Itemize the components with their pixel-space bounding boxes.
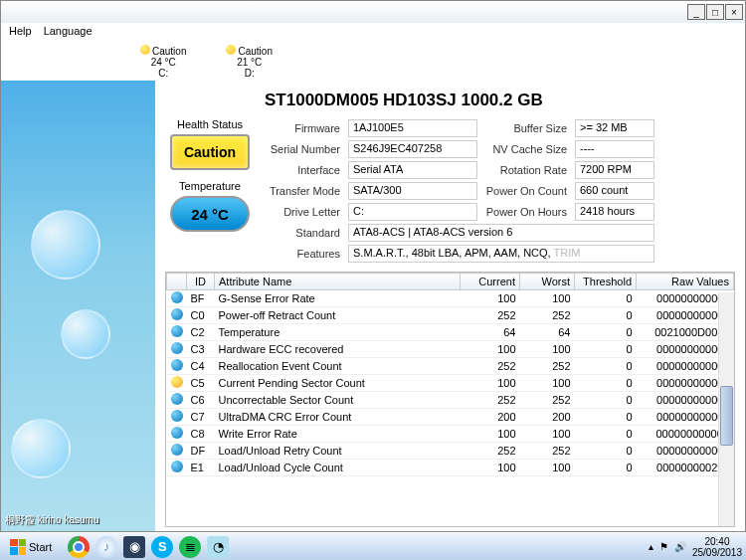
cell-name: Current Pending Sector Count (215, 375, 461, 392)
cell-name: Load/Unload Retry Count (215, 443, 461, 460)
val-nv: ---- (575, 140, 654, 158)
lbl-feat: Features (265, 248, 344, 260)
col-led[interactable] (167, 274, 187, 290)
lbl-poh: Power On Hours (481, 206, 571, 218)
drive-letter: C: (158, 68, 168, 79)
start-label: Start (29, 541, 52, 553)
steam-icon[interactable]: ◉ (123, 536, 145, 558)
cell-id: C2 (187, 324, 215, 341)
smart-row[interactable]: C5 Current Pending Sector Count 100 100 … (167, 375, 734, 392)
drive-d[interactable]: Caution 21 °C D: (226, 45, 272, 79)
col-cur[interactable]: Current (461, 274, 520, 290)
cell-thr: 0 (575, 443, 637, 460)
menu-language[interactable]: Language (44, 25, 93, 41)
led-icon (171, 410, 183, 422)
val-firmware: 1AJ100E5 (348, 119, 477, 137)
menu-help[interactable]: Help (9, 25, 32, 41)
disk-title: ST1000DM005 HD103SJ 1000.2 GB (265, 91, 735, 110)
smart-row[interactable]: DF Load/Unload Retry Count 252 252 0 000… (167, 443, 734, 460)
cell-worst: 100 (520, 341, 575, 358)
smart-row[interactable]: BF G-Sense Error Rate 100 100 0 00000000… (167, 290, 734, 307)
cell-id: C6 (187, 392, 215, 409)
led-icon (171, 325, 183, 337)
drive-c[interactable]: Caution 24 °C C: (140, 45, 186, 79)
smart-row[interactable]: C0 Power-off Retract Count 252 252 0 000… (167, 307, 734, 324)
val-letter: C: (348, 203, 477, 221)
smart-row[interactable]: C3 Hardware ECC recovered 100 100 0 0000… (167, 341, 734, 358)
cell-id: C0 (187, 307, 215, 324)
col-thr[interactable]: Threshold (575, 274, 637, 290)
volume-icon[interactable]: 🔊 (674, 541, 686, 552)
cell-thr: 0 (575, 375, 637, 392)
drive-temp: 24 °C (151, 57, 176, 68)
cell-thr: 0 (575, 460, 637, 476)
start-button[interactable]: Start (4, 537, 58, 557)
lbl-iface: Interface (265, 164, 344, 176)
drive-temp: 21 °C (237, 57, 262, 68)
smart-row[interactable]: C8 Write Error Rate 100 100 0 0000000000… (167, 426, 734, 443)
cell-id: BF (187, 290, 215, 307)
cell-cur: 252 (461, 358, 520, 375)
cell-thr: 0 (575, 307, 637, 324)
smart-row[interactable]: C2 Temperature 64 64 0 0021000D0018 (167, 324, 734, 341)
cell-thr: 0 (575, 358, 637, 375)
skype-icon[interactable]: S (151, 536, 173, 558)
taskbar: Start ♪ ◉ S ≣ ◔ ▴ ⚑ 🔊 20:40 25/09/2013 (0, 532, 746, 560)
itunes-icon[interactable]: ♪ (95, 536, 117, 558)
health-badge: Caution (170, 134, 250, 170)
clock-time: 20:40 (692, 536, 742, 547)
cell-thr: 0 (575, 426, 637, 443)
smart-table: ID Attribute Name Current Worst Threshol… (165, 272, 735, 527)
col-raw[interactable]: Raw Values (637, 274, 734, 290)
smart-row[interactable]: C7 UltraDMA CRC Error Count 200 200 0 00… (167, 409, 734, 426)
health-label: Health Status (165, 118, 255, 130)
val-serial: S246J9EC407258 (348, 140, 477, 158)
close-button[interactable]: × (725, 4, 743, 20)
chrome-icon[interactable] (68, 536, 90, 558)
clock[interactable]: 20:40 25/09/2013 (692, 536, 742, 558)
status-dot-icon (226, 45, 236, 55)
cell-worst: 252 (520, 307, 575, 324)
cell-worst: 252 (520, 392, 575, 409)
lbl-buffer: Buffer Size (481, 122, 571, 134)
led-icon (171, 291, 183, 303)
cell-worst: 100 (520, 290, 575, 307)
windows-logo-icon (10, 539, 26, 555)
led-icon (171, 393, 183, 405)
flag-icon[interactable]: ⚑ (659, 541, 668, 552)
cell-name: Reallocation Event Count (215, 358, 461, 375)
cell-cur: 100 (461, 375, 520, 392)
cell-cur: 64 (461, 324, 520, 341)
spotify-icon[interactable]: ≣ (179, 536, 201, 558)
cell-id: C5 (187, 375, 215, 392)
cell-thr: 0 (575, 409, 637, 426)
scrollbar[interactable] (718, 292, 734, 526)
app-icon[interactable]: ◔ (207, 536, 229, 558)
smart-row[interactable]: E1 Load/Unload Cycle Count 100 100 0 000… (167, 460, 734, 476)
led-icon (171, 461, 183, 472)
scrollbar-thumb[interactable] (720, 386, 733, 446)
temp-badge: 24 °C (170, 196, 250, 232)
cell-worst: 100 (520, 426, 575, 443)
cell-cur: 252 (461, 392, 520, 409)
drive-letter: D: (245, 68, 255, 79)
cell-cur: 200 (461, 409, 520, 426)
maximize-button[interactable]: □ (706, 4, 724, 20)
col-id[interactable]: ID (187, 274, 215, 290)
smart-row[interactable]: C6 Uncorrectable Sector Count 252 252 0 … (167, 392, 734, 409)
cell-cur: 100 (461, 460, 520, 476)
col-worst[interactable]: Worst (520, 274, 575, 290)
led-icon (171, 427, 183, 439)
drive-status: Caution (152, 46, 186, 57)
smart-row[interactable]: C4 Reallocation Event Count 252 252 0 00… (167, 358, 734, 375)
tray-expand-icon[interactable]: ▴ (649, 541, 653, 552)
cell-cur: 100 (461, 290, 520, 307)
minimize-button[interactable]: _ (687, 4, 705, 20)
drive-status: Caution (238, 46, 272, 57)
status-dot-icon (140, 45, 150, 55)
lbl-firmware: Firmware (265, 122, 344, 134)
col-attr[interactable]: Attribute Name (215, 274, 461, 290)
cell-thr: 0 (575, 324, 637, 341)
cell-name: Hardware ECC recovered (215, 341, 461, 358)
artist-credit: 桐野霞 kirino kasumu (5, 513, 98, 527)
